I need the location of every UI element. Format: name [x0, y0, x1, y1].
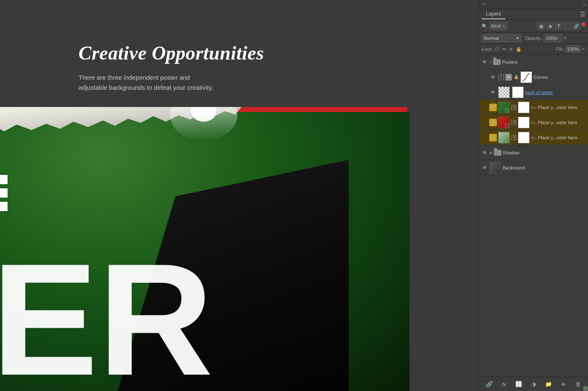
blend-bar: Normal ▼ Opacity: 100% ▼	[479, 33, 588, 44]
background-eye[interactable]: 👁	[481, 164, 488, 172]
panel-menu-icon[interactable]: ☰	[580, 11, 585, 18]
add-mask-btn[interactable]: ⬜	[514, 380, 523, 388]
back-paper-name: back of paper	[525, 90, 586, 95]
place-poster-3-name: <-- Place y...oster here	[531, 135, 586, 140]
lock-paint-btn[interactable]: ✏	[501, 46, 507, 52]
background-name: Backround	[503, 165, 586, 170]
background-thumb	[490, 162, 501, 174]
shadow-folder-name: Shadow	[503, 150, 586, 155]
filter-bar: 🔍 Kind ▼ ▦ ◑ T ⬛ 🔗	[479, 20, 588, 33]
canvas-area: Creative Opportunities There are three i…	[0, 0, 428, 391]
place-poster-2-item[interactable]: 👁 S ⛓ <-- Place y...oster here	[479, 115, 588, 130]
shadow-eye[interactable]: 👁	[481, 149, 488, 156]
filter-type-icon[interactable]: T	[555, 22, 562, 30]
place-poster-3-item[interactable]: 👁 S ⛓ <-- Place y...oster here	[479, 130, 588, 145]
fill-control: 100% ▼	[565, 45, 585, 53]
filter-icons: ▦ ◑ T ⬛ 🔗	[537, 22, 585, 30]
poster-area: ER	[0, 107, 428, 391]
tab-bar: Layers ☰	[479, 9, 588, 20]
posters-expand[interactable]: ▾	[490, 60, 492, 64]
filter-smart-icon[interactable]: 🔗	[572, 22, 580, 30]
opacity-control: 100% ▼	[543, 34, 567, 42]
filter-adjust-icon[interactable]: ◑	[546, 22, 554, 30]
filter-active-dot	[581, 22, 585, 26]
place-poster-3-thumb-white	[518, 132, 530, 143]
place-poster-2-name: <-- Place y...oster here	[531, 120, 586, 125]
posters-eye[interactable]: 👁	[481, 58, 488, 66]
link-layers-btn[interactable]: 🔗	[485, 380, 494, 388]
place-poster-3-chain: ⛓	[511, 135, 516, 140]
delete-layer-btn[interactable]: 🗑	[574, 380, 582, 388]
lock-transparency-btn[interactable]: ⬡	[494, 46, 500, 52]
shadow-folder-item[interactable]: 👁 ▶ Shadow	[479, 145, 588, 160]
posters-folder-name: Posters	[502, 60, 586, 65]
shadow-expand[interactable]: ▶	[490, 151, 493, 155]
back-paper-eye[interactable]: 👁	[489, 89, 497, 96]
curves-thumbnail	[520, 71, 532, 83]
opacity-input[interactable]: 100%	[543, 34, 562, 42]
place-poster-2-chain: ⛓	[511, 120, 516, 125]
panel-bottom-toolbar: 🔗 fx ⬜ ◑ 📁 + 🗑	[479, 377, 588, 391]
kind-dropdown[interactable]: Kind ▼	[489, 22, 508, 30]
er-text: ER	[0, 240, 213, 391]
back-paper-thumb-checker	[498, 86, 510, 98]
dropdown-arrow: ▼	[502, 24, 506, 28]
place-poster-1-item[interactable]: 👁 S ⛓ <-- Place y...oster here	[479, 100, 588, 115]
text-overlay: Creative Opportunities There are three i…	[79, 42, 264, 93]
search-icon: 🔍	[482, 23, 488, 29]
blend-dropdown-arrow: ▼	[516, 36, 520, 40]
curves-lock-icon: 🔒	[513, 74, 519, 80]
white-rect-2	[0, 188, 8, 198]
panel-top-bar: ✕ »	[479, 0, 588, 9]
blend-mode-dropdown[interactable]: Normal ▼	[482, 34, 522, 42]
filter-pixel-icon[interactable]: ▦	[537, 22, 545, 30]
add-adjustment-btn[interactable]: ◑	[529, 380, 538, 388]
posters-folder-item[interactable]: 👁 ▾ Posters	[479, 55, 588, 70]
shadow-folder-icon	[494, 150, 501, 156]
torn-paper-svg	[0, 107, 271, 224]
back-paper-thumb-white	[512, 86, 524, 98]
place-poster-1-thumb-white	[518, 102, 530, 113]
filter-shape-icon[interactable]: ⬛	[564, 22, 571, 30]
page-title: Creative Opportunities	[79, 42, 264, 64]
lock-all-btn[interactable]: 🔒	[515, 46, 522, 52]
opacity-arrow: ▼	[563, 36, 567, 40]
background-layer-item[interactable]: 👁 Backround	[479, 160, 588, 175]
place-poster-2-thumb-main: S	[498, 117, 510, 128]
place-poster-1-chain: ⛓	[511, 105, 516, 110]
curves-name: Curves	[533, 75, 586, 80]
fill-input[interactable]: 100%	[565, 45, 581, 53]
white-rect-1	[0, 175, 8, 184]
fill-arrow: ▼	[582, 47, 585, 51]
place-poster-2-eye[interactable]: 👁	[489, 119, 497, 126]
subtitle-line1: There are three independent poster and a…	[79, 73, 264, 93]
place-poster-2-thumb-white	[518, 117, 530, 128]
green-poster: ER	[0, 112, 410, 391]
place-poster-3-thumb-main: S	[498, 132, 510, 143]
new-group-btn[interactable]: 📁	[544, 380, 553, 388]
place-poster-3-eye[interactable]: 👁	[489, 134, 497, 141]
place-poster-1-eye[interactable]: 👁	[489, 104, 497, 111]
lock-position-btn[interactable]: ✛	[508, 46, 514, 52]
curves-chain-icon: ⛓	[505, 74, 512, 81]
layers-panel: ✕ » Layers ☰ 🔍 Kind ▼ ▦ ◑ T ⬛ 🔗 Normal ▼…	[479, 0, 588, 391]
place-poster-1-thumb-main: S	[498, 102, 510, 113]
new-layer-btn[interactable]: +	[559, 380, 567, 388]
lock-icons: ⬡ ✏ ✛ 🔒	[494, 46, 522, 52]
curves-fx-icon: f	[498, 74, 504, 80]
back-of-paper-item[interactable]: 👁 back of paper	[479, 85, 588, 100]
curves-layer-item[interactable]: 👁 f ⛓ 🔒 Curves	[479, 70, 588, 85]
layers-list: 👁 ▾ Posters 👁 f ⛓ 🔒 Curves	[479, 55, 588, 377]
torn-paper-area	[0, 107, 271, 224]
white-rect-3	[0, 202, 8, 211]
expand-right-icon[interactable]: »	[583, 2, 585, 7]
posters-folder-icon	[493, 59, 501, 65]
layers-tab[interactable]: Layers	[482, 9, 505, 19]
place-poster-1-name: <-- Place y...oster here	[531, 105, 586, 110]
curves-eye[interactable]: 👁	[489, 73, 497, 81]
add-style-btn[interactable]: fx	[500, 380, 508, 388]
lock-bar: Lock: ⬡ ✏ ✛ 🔒 Fill: 100% ▼	[479, 44, 588, 55]
collapse-left-icon[interactable]: ✕	[482, 2, 486, 7]
white-rects	[0, 175, 8, 215]
